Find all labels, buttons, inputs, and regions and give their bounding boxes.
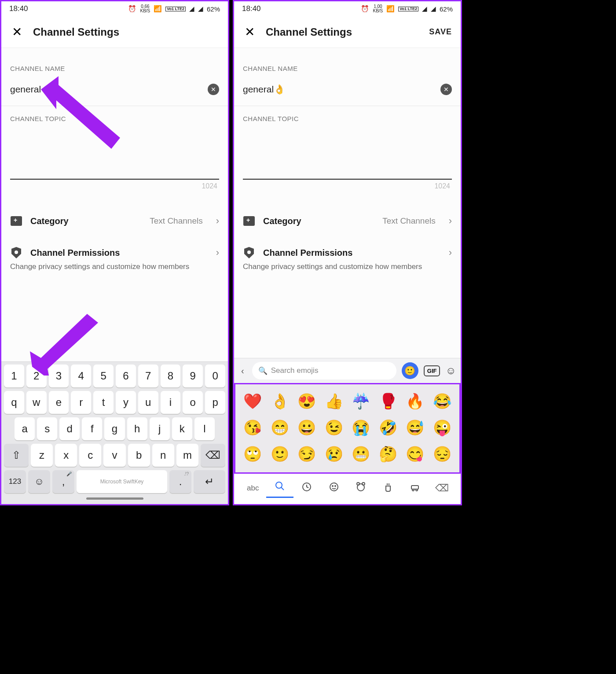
key-j[interactable]: j: [150, 417, 170, 440]
key-7[interactable]: 7: [138, 365, 158, 387]
emoji-item[interactable]: 😍: [296, 392, 318, 410]
emoji-item[interactable]: 😅: [404, 419, 426, 436]
space-key[interactable]: Microsoft SwiftKey: [77, 470, 167, 493]
key-0[interactable]: 0: [205, 365, 225, 387]
key-d[interactable]: d: [59, 417, 80, 440]
clear-icon[interactable]: ✕: [440, 84, 452, 95]
key-p[interactable]: p: [205, 391, 225, 414]
permissions-row[interactable]: Channel Permissions ›: [234, 237, 461, 261]
key-5[interactable]: 5: [93, 365, 114, 387]
key-3[interactable]: 3: [49, 365, 69, 387]
key-v[interactable]: v: [103, 444, 125, 467]
emoji-search-input[interactable]: 🔍 Search emojis: [252, 362, 396, 379]
period-key[interactable]: .!?.: [169, 470, 191, 493]
key-x[interactable]: x: [55, 444, 77, 467]
shift-key[interactable]: ⇧: [4, 444, 29, 467]
emoji-item[interactable]: ❤️: [242, 392, 264, 410]
key-u[interactable]: u: [138, 391, 158, 414]
key-b[interactable]: b: [128, 444, 150, 467]
emoji-item[interactable]: 😉: [323, 419, 345, 436]
symbols-key[interactable]: 123: [4, 470, 26, 493]
animals-category-icon[interactable]: [348, 479, 374, 497]
abc-key[interactable]: abc: [239, 481, 266, 495]
channel-topic-input[interactable]: [10, 127, 219, 180]
key-i[interactable]: i: [161, 391, 181, 414]
smiley-category-icon[interactable]: [320, 479, 347, 497]
emoji-item[interactable]: 🙄: [242, 445, 264, 463]
home-indicator[interactable]: [86, 497, 143, 500]
emoji-item[interactable]: 😁: [269, 419, 291, 436]
enter-key[interactable]: ↵: [194, 470, 225, 493]
signal-icon-2: ◢: [431, 5, 436, 13]
emoji-item[interactable]: 😏: [296, 445, 318, 463]
clear-icon[interactable]: ✕: [208, 84, 219, 95]
close-icon[interactable]: ✕: [10, 25, 23, 39]
emoji-item[interactable]: ☔: [350, 392, 372, 410]
search-category-icon[interactable]: [266, 478, 293, 498]
backspace-icon[interactable]: ⌫: [429, 480, 455, 497]
back-icon[interactable]: ‹: [238, 364, 247, 378]
close-icon[interactable]: ✕: [243, 25, 256, 39]
key-2[interactable]: 2: [26, 365, 47, 387]
sticker-button[interactable]: ☺: [445, 365, 456, 377]
key-z[interactable]: z: [31, 444, 53, 467]
kb-row-z: ⇧ zxcvbnm ⌫: [3, 444, 226, 467]
emoji-item[interactable]: 😀: [296, 419, 318, 436]
key-a[interactable]: a: [15, 417, 35, 440]
key-l[interactable]: l: [194, 417, 215, 440]
emoji-item[interactable]: 🙂: [269, 445, 291, 463]
backspace-key[interactable]: ⌫: [201, 444, 225, 467]
gif-button[interactable]: GIF: [424, 365, 440, 376]
save-button[interactable]: SAVE: [429, 27, 452, 37]
emoji-item[interactable]: 😢: [323, 445, 345, 463]
recent-category-icon[interactable]: [293, 479, 320, 497]
key-g[interactable]: g: [104, 417, 125, 440]
emoji-item[interactable]: 😭: [350, 419, 372, 436]
emoji-item[interactable]: 🔥: [404, 392, 426, 410]
key-n[interactable]: n: [152, 444, 174, 467]
emoji-item[interactable]: 😜: [431, 419, 453, 436]
key-r[interactable]: r: [71, 391, 91, 414]
key-6[interactable]: 6: [116, 365, 136, 387]
category-row[interactable]: Category Text Channels ›: [234, 205, 461, 237]
key-4[interactable]: 4: [71, 365, 91, 387]
emoji-item[interactable]: 🥊: [377, 392, 399, 410]
emoji-item[interactable]: 👍: [323, 392, 345, 410]
key-t[interactable]: t: [93, 391, 114, 414]
key-o[interactable]: o: [183, 391, 203, 414]
emoji-item[interactable]: 🤔: [377, 445, 399, 463]
channel-topic-input[interactable]: [243, 127, 452, 180]
emoji-item[interactable]: 🤣: [377, 419, 399, 436]
key-k[interactable]: k: [172, 417, 192, 440]
key-f[interactable]: f: [82, 417, 102, 440]
food-category-icon[interactable]: [374, 479, 401, 497]
kb-row-num: 1234567890: [3, 365, 226, 387]
key-1[interactable]: 1: [4, 365, 24, 387]
channel-name-input[interactable]: [243, 84, 440, 95]
key-9[interactable]: 9: [183, 365, 203, 387]
emoji-item[interactable]: 👌: [269, 392, 291, 410]
wifi-icon: 📶: [154, 5, 162, 13]
key-q[interactable]: q: [4, 391, 24, 414]
key-m[interactable]: m: [176, 444, 198, 467]
key-c[interactable]: c: [79, 444, 101, 467]
permissions-row[interactable]: Channel Permissions ›: [1, 237, 228, 261]
emoji-key[interactable]: ☺: [28, 470, 50, 493]
emoji-item[interactable]: 😘: [242, 419, 264, 436]
key-w[interactable]: w: [26, 391, 47, 414]
key-s[interactable]: s: [37, 417, 57, 440]
key-8[interactable]: 8: [161, 365, 181, 387]
travel-category-icon[interactable]: [401, 479, 428, 497]
emoji-item[interactable]: 😋: [404, 445, 426, 463]
emoji-tab-button[interactable]: 🙂: [402, 362, 418, 379]
emoji-item[interactable]: 😂: [431, 392, 453, 410]
key-y[interactable]: y: [116, 391, 136, 414]
category-row[interactable]: Category Text Channels ›: [1, 205, 228, 237]
key-h[interactable]: h: [127, 417, 147, 440]
emoji-item[interactable]: 😔: [431, 445, 453, 463]
battery-text: 62%: [440, 5, 453, 13]
key-e[interactable]: e: [49, 391, 69, 414]
channel-name-input[interactable]: [10, 84, 208, 95]
emoji-item[interactable]: 😬: [350, 445, 372, 463]
comma-key[interactable]: 🎤,: [52, 470, 74, 493]
